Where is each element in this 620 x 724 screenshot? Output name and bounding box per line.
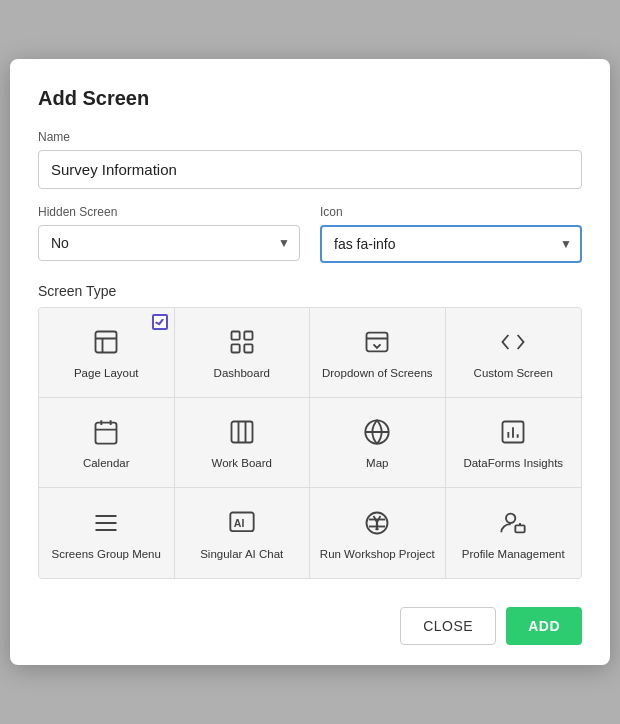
map-icon xyxy=(363,418,391,450)
dashboard-label: Dashboard xyxy=(214,366,270,381)
svg-text:AI: AI xyxy=(234,516,245,528)
dialog-footer: CLOSE ADD xyxy=(38,599,582,645)
calendar-icon xyxy=(92,418,120,450)
screen-type-custom-screen[interactable]: Custom Screen xyxy=(446,308,582,398)
close-button[interactable]: CLOSE xyxy=(400,607,496,645)
work-board-label: Work Board xyxy=(211,456,272,471)
svg-rect-13 xyxy=(231,422,252,443)
screen-type-calendar[interactable]: Calendar xyxy=(39,398,175,488)
run-workshop-project-label: Run Workshop Project xyxy=(320,547,435,562)
hidden-screen-label: Hidden Screen xyxy=(38,205,300,219)
add-screen-dialog: Add Screen Name Hidden Screen No Yes ▼ I… xyxy=(10,59,610,665)
screen-type-work-board[interactable]: Work Board xyxy=(175,398,311,488)
dropdown-screens-label: Dropdown of Screens xyxy=(322,366,433,381)
dataforms-insights-icon xyxy=(499,418,527,450)
screen-type-dropdown-screens[interactable]: Dropdown of Screens xyxy=(310,308,446,398)
page-layout-label: Page Layout xyxy=(74,366,139,381)
custom-screen-label: Custom Screen xyxy=(474,366,553,381)
svg-point-30 xyxy=(506,513,515,522)
singular-ai-chat-label: Singular AI Chat xyxy=(200,547,283,562)
screen-type-grid: Page Layout Dashboard Dropdown of Screen… xyxy=(38,307,582,579)
screen-type-screens-group-menu[interactable]: Screens Group Menu xyxy=(39,488,175,578)
svg-rect-9 xyxy=(96,423,117,444)
screen-type-label: Screen Type xyxy=(38,283,582,299)
screen-type-dashboard[interactable]: Dashboard xyxy=(175,308,311,398)
dropdown-screens-icon xyxy=(363,328,391,360)
svg-rect-6 xyxy=(244,344,252,352)
page-layout-checkbox xyxy=(152,314,168,330)
svg-rect-3 xyxy=(231,332,239,340)
work-board-icon xyxy=(228,418,256,450)
dialog-title: Add Screen xyxy=(38,87,582,110)
svg-rect-0 xyxy=(96,332,117,353)
calendar-label: Calendar xyxy=(83,456,130,471)
icon-select[interactable]: fas fa-info fas fa-home fas fa-cog fas f… xyxy=(320,225,582,263)
screens-group-menu-icon xyxy=(92,509,120,541)
dataforms-insights-label: DataForms Insights xyxy=(463,456,563,471)
icon-select-wrapper: fas fa-info fas fa-home fas fa-cog fas f… xyxy=(320,225,582,263)
screen-type-map[interactable]: Map xyxy=(310,398,446,488)
screen-type-run-workshop-project[interactable]: Run Workshop Project xyxy=(310,488,446,578)
icon-group: Icon fas fa-info fas fa-home fas fa-cog … xyxy=(320,205,582,263)
dashboard-icon xyxy=(228,328,256,360)
map-label: Map xyxy=(366,456,388,471)
profile-management-icon xyxy=(499,509,527,541)
page-layout-icon xyxy=(92,328,120,360)
screen-type-profile-management[interactable]: Profile Management xyxy=(446,488,582,578)
icon-label: Icon xyxy=(320,205,582,219)
svg-rect-31 xyxy=(516,525,525,532)
svg-rect-4 xyxy=(244,332,252,340)
screens-group-menu-label: Screens Group Menu xyxy=(52,547,161,562)
svg-rect-5 xyxy=(231,344,239,352)
name-input[interactable] xyxy=(38,150,582,189)
singular-ai-chat-icon: AI xyxy=(228,509,256,541)
custom-screen-icon xyxy=(499,328,527,360)
screen-type-page-layout[interactable]: Page Layout xyxy=(39,308,175,398)
screen-type-dataforms-insights[interactable]: DataForms Insights xyxy=(446,398,582,488)
add-button[interactable]: ADD xyxy=(506,607,582,645)
profile-management-label: Profile Management xyxy=(462,547,565,562)
hidden-screen-group: Hidden Screen No Yes ▼ xyxy=(38,205,300,263)
run-workshop-project-icon xyxy=(363,509,391,541)
hidden-screen-select-wrapper: No Yes ▼ xyxy=(38,225,300,261)
name-label: Name xyxy=(38,130,582,144)
screen-type-singular-ai-chat[interactable]: AI Singular AI Chat xyxy=(175,488,311,578)
hidden-screen-select[interactable]: No Yes xyxy=(38,225,300,261)
